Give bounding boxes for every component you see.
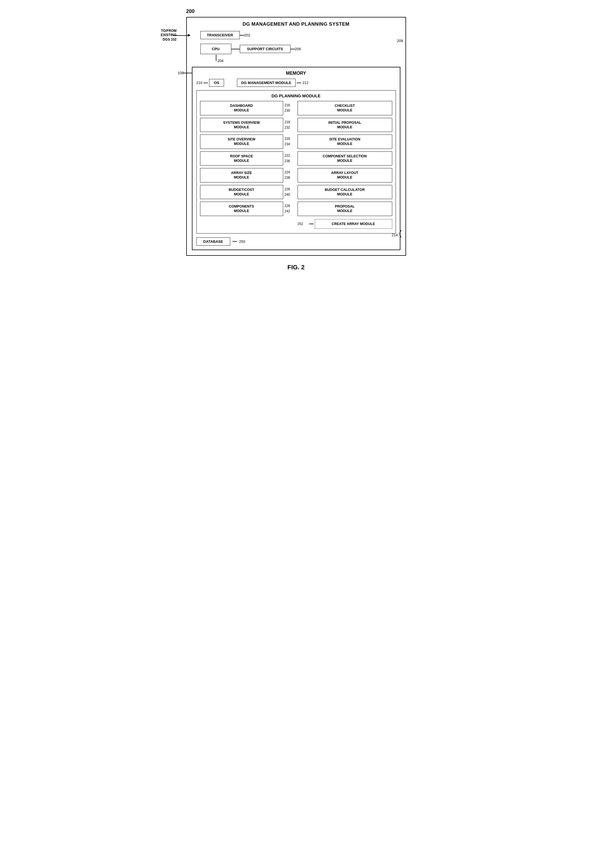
cpu-vert-line [216, 55, 216, 61]
ref-236: 236 [284, 158, 295, 164]
array-layout-module-box: ARRAY LAYOUT MODULE [297, 168, 392, 183]
transceiver-ref: 202 [244, 33, 250, 37]
module-row-component-selection: COMPONENT SELECTION MODULE [297, 151, 392, 166]
os-ref-label: 210 [196, 81, 203, 85]
create-array-ref-line [309, 224, 314, 224]
ref-222: 222 [284, 153, 295, 158]
support-ref-line [290, 49, 295, 49]
cpu-box: CPU [200, 44, 231, 54]
ref-216: 216 [284, 103, 295, 108]
ref-228: 228 [284, 203, 295, 209]
database-row: DATABASE 250 [196, 238, 396, 246]
ref-224: 224 [284, 170, 295, 175]
module-row-checklist: CHECKLIST MODULE [297, 101, 392, 115]
module-row-site-evaluation: SITE EVALUATION MODULE [297, 134, 392, 149]
ref-108-line [183, 73, 192, 73]
module-row-components: COMPONENTS MODULE 228 242 [200, 202, 295, 216]
page-wrapper: 200 DG MANAGEMENT AND PLANNING SYSTEM TO… [186, 9, 406, 271]
outer-title: DG MANAGEMENT AND PLANNING SYSTEM [192, 21, 401, 27]
budget-calculator-module-box: BUDGET CALCULATOR MODULE [297, 185, 392, 199]
ref-232: 232 [284, 125, 295, 130]
components-module-box: COMPONENTS MODULE [200, 202, 283, 216]
ref-214: 214 [392, 233, 398, 237]
support-circuits-box: SUPPORT CIRCUITS [240, 45, 290, 53]
module-row-proposal: PROPOSAL MODULE [297, 202, 392, 216]
module-row-systems-overview: SYSTEMS OVERVIEW MODULE 218 232 [200, 118, 295, 132]
os-box: OS [209, 79, 224, 87]
module-row-array-layout: ARRAY LAYOUT MODULE [297, 168, 392, 183]
create-array-module-box: CREATE ARRAY MODULE [315, 219, 392, 229]
ref-218: 218 [284, 120, 295, 125]
ref-220: 220 [284, 136, 295, 142]
proposal-module-box: PROPOSAL MODULE [297, 202, 392, 216]
array-size-module-box: ARRAY SIZE MODULE [200, 168, 283, 183]
tofrom-arrow-line [174, 35, 188, 36]
ref-226: 226 [284, 187, 295, 192]
dg-mgmt-ref-line [297, 83, 301, 83]
systems-overview-module-box: SYSTEMS OVERVIEW MODULE [200, 118, 283, 132]
module-row-dashboard: DASHBOARD MODULE 216 230 [200, 101, 295, 115]
ref-240: 240 [284, 192, 295, 198]
checklist-module-box: CHECKLIST MODULE [297, 101, 392, 115]
component-selection-module-box: COMPONENT SELECTION MODULE [297, 151, 392, 166]
module-row-roof-space: ROOF SPACE MODULE 222 236 [200, 151, 295, 166]
tofrom-arrowhead [188, 34, 190, 37]
cpu-ref: 204 [218, 59, 224, 63]
database-ref: 250 [239, 239, 245, 244]
transceiver-ref-line [240, 35, 244, 35]
cpu-support-hline [231, 49, 240, 49]
ref-238: 238 [284, 175, 295, 180]
planning-title: DG PLANNING MODULE [200, 93, 392, 98]
figure-caption: FIG. 2 [186, 264, 406, 271]
site-evaluation-module-box: SITE EVALUATION MODULE [297, 134, 392, 149]
fig-number-top: 200 [186, 9, 195, 15]
module-row-create-array: 252 CREATE ARRAY MODULE [297, 219, 392, 229]
ref-214-bracket: ( [399, 229, 402, 237]
os-ref-line [203, 83, 208, 83]
ref-208: 208 [397, 38, 403, 43]
ref-234: 234 [284, 142, 295, 147]
roof-space-module-box: ROOF SPACE MODULE [200, 151, 283, 166]
initial-proposal-module-box: INITIAL PROPOSAL MODULE [297, 118, 392, 132]
module-row-create-array-spacer: 000 000 [200, 218, 295, 229]
dg-mgmt-module-box: DG MANAGEMENT MODULE [237, 79, 296, 87]
ref-230: 230 [284, 108, 295, 114]
module-row-initial-proposal: INITIAL PROPOSAL MODULE [297, 118, 392, 132]
transceiver-box: TRANSCEIVER [200, 31, 240, 39]
database-box: DATABASE [196, 238, 230, 246]
database-ref-line [233, 241, 237, 242]
planning-box: DG PLANNING MODULE DASHBOARD MODULE 216 … [196, 90, 396, 233]
memory-title: MEMORY [196, 71, 396, 76]
budget-cost-module-box: BUDGET/COST MODULE [200, 185, 283, 199]
dashboard-module-box: DASHBOARD MODULE [200, 101, 283, 115]
module-row-budget-cost: BUDGET/COST MODULE 226 240 [200, 185, 295, 199]
support-ref: 206 [295, 47, 301, 51]
module-row-site-overview: SITE OVERVIEW MODULE 220 234 [200, 134, 295, 149]
module-row-budget-calculator: BUDGET CALCULATOR MODULE [297, 185, 392, 199]
site-overview-module-box: SITE OVERVIEW MODULE [200, 134, 283, 149]
dg-mgmt-ref: 212 [302, 81, 309, 85]
ref-242: 242 [284, 209, 295, 214]
module-row-array-size: ARRAY SIZE MODULE 224 238 [200, 168, 295, 183]
outer-system-box: DG MANAGEMENT AND PLANNING SYSTEM TO/FRO… [186, 17, 406, 256]
memory-box: 108 MEMORY 210 OS DG MANAGEMENT MODULE 2… [192, 67, 401, 250]
create-array-ref: 252 [297, 222, 308, 226]
ref-108: 108 [178, 71, 184, 75]
